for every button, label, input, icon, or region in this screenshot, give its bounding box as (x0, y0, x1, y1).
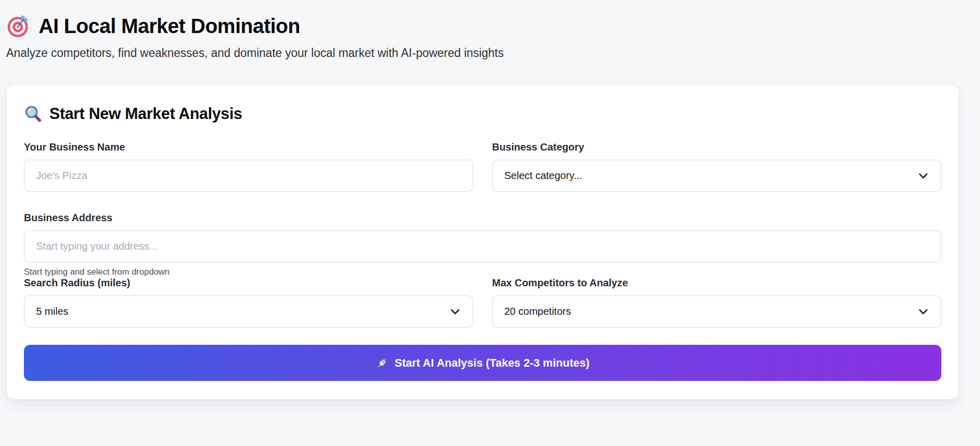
business-name-label: Your Business Name (24, 141, 473, 153)
search-icon (24, 105, 42, 123)
rocket-icon (376, 356, 389, 370)
business-category-selected-value: Select category... (504, 170, 582, 182)
business-address-helper: Start typing and select from dropdown (24, 267, 941, 277)
form-row-3: Search Radius (miles) 5 miles Max Compet… (24, 277, 941, 328)
max-competitors-selected-value: 20 competitors (504, 306, 571, 317)
card-title-text: Start New Market Analysis (49, 105, 242, 123)
start-analysis-button[interactable]: Start AI Analysis (Takes 2-3 minutes) (24, 345, 941, 381)
search-radius-select[interactable]: 5 miles (24, 295, 473, 328)
search-radius-selected-value: 5 miles (36, 306, 68, 317)
business-address-input[interactable] (24, 230, 941, 262)
card-title: Start New Market Analysis (24, 105, 941, 123)
chevron-down-icon (918, 308, 928, 315)
max-competitors-label: Max Competitors to Analyze (492, 277, 941, 289)
max-competitors-select[interactable]: 20 competitors (492, 295, 941, 328)
search-radius-field-group: Search Radius (miles) 5 miles (24, 277, 473, 328)
analysis-card: Start New Market Analysis Your Business … (7, 85, 959, 399)
business-category-label: Business Category (492, 141, 941, 153)
chevron-down-icon (918, 172, 928, 180)
form-row-1: Your Business Name Business Category Sel… (24, 141, 941, 192)
search-radius-label: Search Radius (miles) (24, 277, 473, 289)
business-name-field-group: Your Business Name (24, 141, 473, 192)
page-header: AI Local Market Domination Analyze compe… (0, 0, 980, 60)
business-name-input[interactable] (24, 160, 473, 192)
business-category-select[interactable]: Select category... (492, 160, 941, 192)
business-address-field-group: Business Address Start typing and select… (24, 212, 941, 277)
target-icon (6, 14, 31, 38)
business-category-field-group: Business Category Select category... (492, 141, 941, 192)
page-title-text: AI Local Market Domination (39, 13, 300, 39)
max-competitors-field-group: Max Competitors to Analyze 20 competitor… (492, 277, 941, 328)
chevron-down-icon (450, 308, 460, 315)
business-address-label: Business Address (24, 212, 941, 224)
page-subtitle: Analyze competitors, find weaknesses, an… (6, 46, 980, 60)
start-analysis-button-label: Start AI Analysis (Takes 2-3 minutes) (394, 356, 589, 370)
page-title: AI Local Market Domination (6, 13, 980, 39)
